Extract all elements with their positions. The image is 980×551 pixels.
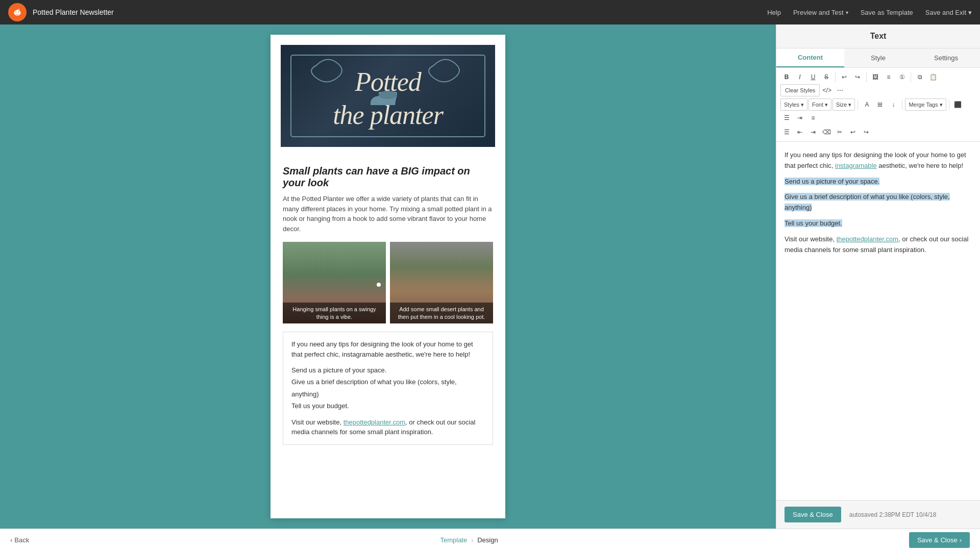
email-header: Potted the planter (271, 35, 505, 157)
panel-title: Text (776, 24, 980, 48)
back-button[interactable]: ‹ Back (10, 536, 29, 544)
indent-left-button[interactable]: ⇤ (794, 126, 806, 138)
highlighted-text-3: Tell us your budget. (785, 219, 842, 227)
justify-button[interactable]: ≡ (807, 112, 819, 124)
contact-intro: If you need any tips for designing the l… (291, 339, 484, 359)
editor-instagramable-link[interactable]: instagramable (835, 162, 877, 169)
undo-button[interactable]: ↩ (838, 71, 850, 83)
breadcrumb-separator-icon: › (471, 537, 473, 544)
panel-tabs: Content Style Settings (776, 48, 980, 68)
align-center-button[interactable]: ☰ (780, 112, 793, 124)
size-chevron-icon: ▾ (848, 102, 851, 108)
italic-button[interactable]: I (794, 71, 806, 83)
contact-website: Visit our website, thepottedplanter.com,… (291, 417, 484, 437)
copy-button[interactable]: ⧉ (914, 71, 926, 83)
redo2-button[interactable]: ↪ (860, 126, 872, 138)
editor-content[interactable]: If you need any tips for designing the l… (776, 142, 980, 500)
tab-content[interactable]: Content (776, 48, 844, 67)
redo-button[interactable]: ↪ (851, 71, 864, 83)
indent-button[interactable]: ↓ (887, 98, 899, 111)
link-remove-button[interactable]: ⌫ (820, 126, 832, 138)
bottom-bar: ‹ Back Template › Design Save & Close › (0, 529, 980, 551)
font-color-button[interactable]: A (861, 98, 873, 111)
paste-button[interactable]: 📋 (927, 71, 939, 83)
save-close-button[interactable]: Save & Close (785, 507, 841, 522)
photo-card-2: Add some small desert plants and then pu… (390, 242, 493, 323)
app-logo (8, 3, 27, 21)
undo2-button[interactable]: ↩ (847, 126, 859, 138)
save-and-exit-button[interactable]: Save and Exit ▾ (925, 9, 972, 16)
toolbar-row-1: B I U S ↩ ↪ 🖼 ≡ ① ⧉ 📋 Clear Styles </> ⋯ (780, 71, 976, 96)
email-body-paragraph: At the Potted Planter we offer a wide va… (283, 194, 493, 234)
panel-footer: Save & Close autosaved 2:38PM EDT 10/4/1… (776, 500, 980, 529)
save-exit-chevron-icon: ▾ (968, 9, 972, 16)
main-layout: Potted the planter (0, 24, 980, 529)
merge-tags-chevron-icon: ▾ (940, 102, 943, 108)
contact-list: Send us a picture of your space. Give us… (291, 364, 484, 412)
autosave-status: autosaved 2:38PM EDT 10/4/18 (849, 511, 937, 518)
email-body: Small plants can have a BIG impact on yo… (271, 157, 505, 457)
tab-style[interactable]: Style (844, 48, 912, 67)
breadcrumb-template-link[interactable]: Template (440, 536, 467, 544)
code-button[interactable]: </> (821, 84, 833, 96)
help-link[interactable]: Help (767, 9, 781, 16)
toolbar-separator-6 (949, 99, 949, 110)
list-style-button[interactable]: ☰ (780, 126, 793, 138)
back-arrow-icon: ‹ (10, 536, 12, 544)
styles-dropdown[interactable]: Styles ▾ (780, 98, 807, 111)
email-preview: Potted the planter (271, 35, 505, 518)
align-left-button[interactable]: ⬛ (952, 98, 964, 111)
svg-point-7 (379, 91, 397, 99)
photo-caption-1: Hanging small plants on a swingy thing i… (283, 303, 386, 323)
canvas-area: Potted the planter (0, 24, 776, 529)
toolbar-row-2: Styles ▾ Font ▾ Size ▾ A ⊞ ↓ Merge Tags (780, 98, 976, 124)
tab-settings[interactable]: Settings (912, 48, 980, 67)
right-panel: Text Content Style Settings B I U S ↩ ↪ … (776, 24, 980, 529)
unordered-list-button[interactable]: ≡ (883, 71, 895, 83)
font-dropdown[interactable]: Font ▾ (808, 98, 831, 111)
email-logo-image: Potted the planter (281, 45, 495, 147)
bold-button[interactable]: B (780, 71, 793, 83)
editor-website-link[interactable]: thepottedplanter.com (837, 235, 898, 243)
toolbar-row-3: ☰ ⇤ ⇥ ⌫ ✂ ↩ ↪ (780, 126, 976, 138)
toolbar-separator-1 (835, 72, 836, 82)
image-button[interactable]: 🖼 (869, 71, 881, 83)
editor-list-item-1: Send us a picture of your space. (785, 177, 972, 187)
more-options-button[interactable]: ⋯ (834, 84, 846, 96)
table-button[interactable]: ⊞ (874, 98, 886, 111)
highlighted-text-2: Give us a brief description of what you … (785, 193, 950, 211)
contact-list-item-2: Give us a brief description of what you … (291, 376, 484, 400)
align-right-button[interactable]: ⇥ (794, 112, 806, 124)
toolbar-separator-3 (911, 72, 911, 82)
navbar-actions: Help Preview and Test ▾ Save as Template… (767, 9, 972, 16)
highlighted-text-1: Send us a picture of your space. (785, 178, 879, 185)
save-close-bottom-button[interactable]: Save & Close › (909, 532, 970, 548)
save-close-chevron-icon: › (960, 536, 962, 544)
ordered-list-button[interactable]: ① (896, 71, 908, 83)
editor-list-item-3: Tell us your budget. (785, 218, 972, 229)
save-as-template-button[interactable]: Save as Template (861, 9, 913, 16)
contact-list-item-3: Tell us your budget. (291, 400, 484, 412)
editor-paragraph-2: Visit our website, thepottedplanter.com,… (785, 234, 972, 256)
svg-point-2 (18, 11, 19, 12)
svg-point-1 (15, 11, 16, 12)
underline-button[interactable]: U (807, 71, 819, 83)
toolbar-separator-5 (902, 99, 902, 110)
preview-and-test-button[interactable]: Preview and Test ▾ (793, 9, 848, 16)
size-dropdown[interactable]: Size ▾ (832, 98, 855, 111)
indent-right-button[interactable]: ⇥ (807, 126, 819, 138)
merge-tags-dropdown[interactable]: Merge Tags ▾ (905, 98, 946, 111)
photo-caption-2: Add some small desert plants and then pu… (390, 303, 493, 323)
scissors-button[interactable]: ✂ (834, 126, 846, 138)
email-photos: Hanging small plants on a swingy thing i… (283, 242, 493, 323)
strikethrough-button[interactable]: S (820, 71, 832, 83)
website-link[interactable]: thepottedplanter.com (344, 418, 405, 426)
email-headline: Small plants can have a BIG impact on yo… (283, 165, 493, 189)
breadcrumb-current: Design (477, 536, 498, 544)
preview-chevron-icon: ▾ (846, 10, 848, 15)
page-title: Potted Planter Newsletter (33, 8, 767, 16)
breadcrumb: Template › Design (440, 536, 498, 544)
photo-dot-1 (377, 283, 381, 287)
toolbar-separator-4 (857, 99, 858, 110)
clear-styles-button[interactable]: Clear Styles (780, 84, 820, 96)
